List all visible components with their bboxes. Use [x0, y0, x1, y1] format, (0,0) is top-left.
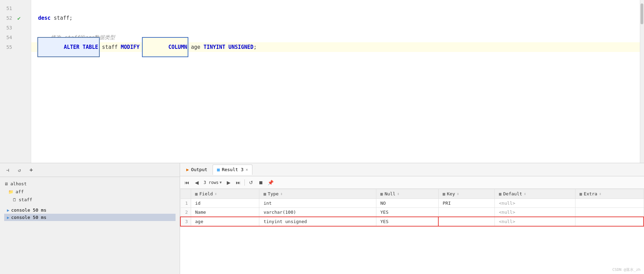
table-row[interactable]: 1 id int NO PRI <null>: [180, 199, 644, 208]
type-sort-icon[interactable]: ⇕: [280, 192, 283, 196]
extra-id: [575, 199, 644, 208]
column-highlight: COLUMN: [143, 38, 188, 56]
field-col-icon: ▦: [195, 192, 198, 196]
editor-area: 51 52 ✔ 53 54 55 desc staff; -- 修改: [0, 0, 644, 163]
col-null: ▦ Null ⇕: [376, 189, 438, 199]
line-51: 51: [0, 3, 31, 13]
key-sort-icon[interactable]: ⇕: [457, 192, 459, 196]
console-item-2[interactable]: ▶ console 50 ms: [4, 214, 176, 221]
console-section: ▶ console 50 ms ▶ console 50 ms: [4, 206, 176, 221]
null-id: NO: [376, 199, 438, 208]
sidebar-icon-collapse[interactable]: ⊣: [3, 166, 12, 174]
type-col-icon: ▦: [263, 192, 266, 196]
check-icon: ✔: [17, 15, 21, 21]
null-age: YES: [376, 217, 438, 226]
table-icon: 🗒: [12, 197, 17, 202]
row-num-1: 1: [180, 199, 191, 208]
left-sidebar: ⊣ ↺ + 🖥 alhost 📁 aff 🗒 staff ▶ console 5…: [0, 163, 180, 274]
field-sort-icon[interactable]: ⇕: [215, 192, 217, 196]
editor-scrollbar[interactable]: [640, 0, 644, 163]
row-num-header: [180, 189, 191, 199]
sidebar-content: 🖥 alhost 📁 aff 🗒 staff ▶ console 50 ms ▶…: [0, 177, 180, 274]
result-tabs: ▶ Output ▦ Result 3 ×: [180, 163, 644, 176]
field-age: age: [191, 217, 259, 226]
line-55: 55: [0, 42, 31, 52]
csdn-watermark: CSDN @落水_zh: [612, 267, 641, 272]
extra-name: [575, 208, 644, 217]
scrollbar-thumb: [641, 3, 643, 24]
prev-page-button[interactable]: ◀: [193, 178, 201, 187]
key-name: [438, 208, 494, 217]
refresh-button[interactable]: ↺: [247, 178, 255, 187]
table-header-row: ▦ Field ⇕ ▦ Type ⇕: [180, 189, 644, 199]
rows-dropdown-icon[interactable]: ▼: [220, 180, 222, 184]
default-id: <null>: [495, 199, 575, 208]
sidebar-icon-add[interactable]: +: [27, 166, 35, 174]
result-area: ▶ Output ▦ Result 3 × ⏮ ◀ 3 rows ▼ ▶ ⏭ ↺…: [180, 163, 644, 274]
code-line-52: desc staff;: [31, 13, 640, 23]
col-default: ▦ Default ⇕: [495, 189, 575, 199]
db-icon: 📁: [8, 189, 14, 194]
field-name: Name: [191, 208, 259, 217]
rows-badge: 3 rows ▼: [202, 180, 223, 185]
type-name: varchar(100): [259, 208, 376, 217]
output-icon: ▶: [186, 167, 189, 172]
alter-table-highlight: ALTER TABLE: [38, 38, 99, 56]
line-numbers: 51 52 ✔ 53 54 55: [0, 0, 31, 163]
default-col-icon: ▦: [499, 192, 501, 196]
tab-output[interactable]: ▶ Output: [182, 165, 212, 175]
key-age: [438, 217, 494, 226]
result-table: ▦ Field ⇕ ▦ Type ⇕: [180, 189, 644, 274]
console-arrow-icon-1: ▶: [7, 208, 9, 213]
sidebar-toolbar: ⊣ ↺ +: [0, 163, 180, 177]
sidebar-item-localhost[interactable]: 🖥 alhost: [4, 180, 176, 188]
col-key: ▦ Key ⇕: [438, 189, 494, 199]
col-extra: ▦ Extra ⇕: [575, 189, 644, 199]
tab-result3[interactable]: ▦ Result 3 ×: [213, 165, 253, 175]
line-52: 52 ✔: [0, 13, 31, 23]
code-line-54: -- 修改 staff的age数据类型: [31, 33, 640, 42]
code-line-55: ALTER TABLE staff MODIFY COLUMN age TINY…: [31, 42, 640, 52]
field-id: id: [191, 199, 259, 208]
result-grid-icon: ▦: [217, 167, 220, 172]
sidebar-icon-refresh[interactable]: ↺: [15, 166, 24, 174]
col-type: ▦ Type ⇕: [259, 189, 376, 199]
type-age: tinyint unsigned: [259, 217, 376, 226]
last-page-button[interactable]: ⏭: [234, 178, 242, 187]
line-54: 54: [0, 33, 31, 42]
pin-button[interactable]: 📌: [266, 178, 275, 187]
null-sort-icon[interactable]: ⇕: [397, 192, 400, 196]
result-toolbar: ⏮ ◀ 3 rows ▼ ▶ ⏭ ↺ ⏹ 📌: [180, 176, 644, 189]
extra-sort-icon[interactable]: ⇕: [599, 192, 601, 196]
key-col-icon: ▦: [443, 192, 445, 196]
console-arrow-icon-2: ▶: [7, 215, 9, 220]
tab-close-icon[interactable]: ×: [245, 167, 248, 172]
table-row[interactable]: 2 Name varchar(100) YES <null>: [180, 208, 644, 217]
row-num-3: 3: [180, 217, 191, 226]
sidebar-item-staff-db[interactable]: 📁 aff: [4, 188, 176, 196]
stop-button[interactable]: ⏹: [257, 178, 265, 187]
table-row-highlighted[interactable]: 3 age tinyint unsigned YES <null>: [180, 217, 644, 226]
line-53: 53: [0, 23, 31, 33]
data-table: ▦ Field ⇕ ▦ Type ⇕: [180, 189, 644, 227]
toolbar-divider: [244, 179, 245, 186]
col-field: ▦ Field ⇕: [191, 189, 259, 199]
default-name: <null>: [495, 208, 575, 217]
code-content[interactable]: desc staff; -- 修改 staff的age数据类型 ALTER TA…: [31, 0, 640, 163]
default-age: <null>: [495, 217, 575, 226]
row-num-2: 2: [180, 208, 191, 217]
null-col-icon: ▦: [381, 192, 383, 196]
extra-col-icon: ▦: [580, 192, 582, 196]
sidebar-item-staff-table[interactable]: 🗒 staff: [4, 196, 176, 204]
localhost-icon: 🖥: [4, 182, 8, 186]
null-name: YES: [376, 208, 438, 217]
default-sort-icon[interactable]: ⇕: [524, 192, 526, 196]
console-item-1[interactable]: ▶ console 50 ms: [4, 206, 176, 214]
code-line-51: [31, 3, 640, 13]
bottom-panel: ⊣ ↺ + 🖥 alhost 📁 aff 🗒 staff ▶ console 5…: [0, 163, 644, 274]
first-page-button[interactable]: ⏮: [183, 178, 191, 187]
extra-age: [575, 217, 644, 226]
code-line-53: [31, 23, 640, 33]
key-id: PRI: [438, 199, 494, 208]
next-page-button[interactable]: ▶: [224, 178, 233, 187]
